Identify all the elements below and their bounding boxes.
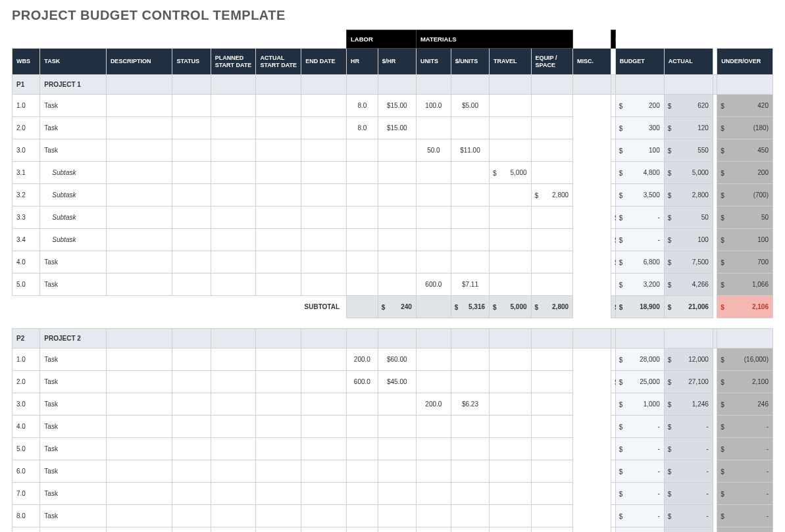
hr-cell[interactable]	[347, 460, 378, 483]
travel-cell[interactable]	[490, 438, 532, 460]
end-date-cell[interactable]	[301, 274, 347, 296]
description-cell[interactable]	[106, 162, 172, 184]
actual-cell[interactable]: $-	[664, 416, 713, 438]
planned-start-cell[interactable]	[211, 162, 256, 184]
rate-units-cell[interactable]	[451, 416, 489, 438]
wbs-cell[interactable]: 9.0	[13, 527, 40, 533]
end-date-cell[interactable]	[301, 483, 347, 505]
actual-cell[interactable]: $-	[664, 527, 713, 533]
description-cell[interactable]	[106, 527, 172, 533]
end-date-cell[interactable]	[301, 527, 347, 533]
hr-cell[interactable]	[347, 251, 378, 274]
status-cell[interactable]	[172, 95, 211, 117]
hr-cell[interactable]: 8.0	[347, 95, 378, 117]
under-over-cell[interactable]: $-	[717, 527, 773, 533]
wbs-cell[interactable]: 3.0	[13, 393, 40, 416]
end-date-cell[interactable]	[301, 505, 347, 527]
planned-start-cell[interactable]	[211, 117, 256, 139]
description-cell[interactable]	[106, 229, 172, 251]
planned-start-cell[interactable]	[211, 460, 256, 483]
budget-cell[interactable]: $3,200	[615, 274, 664, 296]
travel-cell[interactable]	[490, 416, 532, 438]
rate-hr-cell[interactable]	[378, 483, 416, 505]
planned-start-cell[interactable]	[211, 206, 256, 229]
task-cell[interactable]: Subtask	[40, 184, 107, 206]
budget-cell[interactable]: $25,000	[615, 371, 664, 393]
status-cell[interactable]	[172, 162, 211, 184]
equip-cell[interactable]	[531, 527, 573, 533]
actual-start-cell[interactable]	[256, 393, 301, 416]
planned-start-cell[interactable]	[211, 184, 256, 206]
project-name[interactable]: PROJECT 2	[40, 329, 107, 349]
actual-start-cell[interactable]	[256, 184, 301, 206]
actual-cell[interactable]: $50	[664, 206, 713, 229]
description-cell[interactable]	[106, 139, 172, 162]
rate-units-cell[interactable]	[451, 117, 489, 139]
end-date-cell[interactable]	[301, 349, 347, 371]
task-cell[interactable]: Task	[40, 251, 107, 274]
wbs-cell[interactable]: 3.2	[13, 184, 40, 206]
equip-cell[interactable]	[531, 117, 573, 139]
actual-cell[interactable]: $-	[664, 483, 713, 505]
budget-cell[interactable]: $3,500	[615, 184, 664, 206]
actual-start-cell[interactable]	[256, 438, 301, 460]
equip-cell[interactable]	[531, 393, 573, 416]
under-over-cell[interactable]: $246	[717, 393, 773, 416]
end-date-cell[interactable]	[301, 371, 347, 393]
budget-cell[interactable]: $-	[615, 460, 664, 483]
budget-cell[interactable]: $300	[615, 117, 664, 139]
wbs-cell[interactable]: 6.0	[13, 460, 40, 483]
hr-cell[interactable]	[347, 483, 378, 505]
equip-cell[interactable]	[531, 206, 573, 229]
subtotal-units[interactable]	[416, 296, 451, 318]
budget-cell[interactable]: $-	[615, 483, 664, 505]
equip-cell[interactable]	[531, 483, 573, 505]
description-cell[interactable]	[106, 371, 172, 393]
task-cell[interactable]: Task	[40, 527, 107, 533]
wbs-cell[interactable]: 3.1	[13, 162, 40, 184]
description-cell[interactable]	[106, 438, 172, 460]
rate-units-cell[interactable]: $7.11	[451, 274, 489, 296]
description-cell[interactable]	[106, 251, 172, 274]
actual-cell[interactable]: $7,500	[664, 251, 713, 274]
rate-hr-cell[interactable]	[378, 393, 416, 416]
travel-cell[interactable]	[490, 251, 532, 274]
subtotal-rate-units[interactable]: $5,316	[451, 296, 489, 318]
wbs-cell[interactable]: 3.0	[13, 139, 40, 162]
under-over-cell[interactable]: $1,066	[717, 274, 773, 296]
units-cell[interactable]: 50.0	[416, 139, 451, 162]
units-cell[interactable]	[416, 460, 451, 483]
description-cell[interactable]	[106, 505, 172, 527]
hr-cell[interactable]	[347, 505, 378, 527]
under-over-cell[interactable]: $100	[717, 229, 773, 251]
hr-cell[interactable]: 8.0	[347, 117, 378, 139]
actual-cell[interactable]: $120	[664, 117, 713, 139]
subtotal-equip[interactable]: $2,800	[531, 296, 573, 318]
task-cell[interactable]: Subtask	[40, 229, 107, 251]
travel-cell[interactable]	[490, 460, 532, 483]
description-cell[interactable]	[106, 95, 172, 117]
actual-cell[interactable]: $12,000	[664, 349, 713, 371]
travel-cell[interactable]	[490, 95, 532, 117]
rate-units-cell[interactable]	[451, 438, 489, 460]
rate-units-cell[interactable]	[451, 460, 489, 483]
travel-cell[interactable]	[490, 371, 532, 393]
hr-cell[interactable]	[347, 438, 378, 460]
task-cell[interactable]: Task	[40, 416, 107, 438]
travel-cell[interactable]	[490, 505, 532, 527]
equip-cell[interactable]	[531, 95, 573, 117]
task-cell[interactable]: Task	[40, 505, 107, 527]
planned-start-cell[interactable]	[211, 229, 256, 251]
planned-start-cell[interactable]	[211, 371, 256, 393]
task-cell[interactable]: Task	[40, 460, 107, 483]
actual-cell[interactable]: $1,246	[664, 393, 713, 416]
planned-start-cell[interactable]	[211, 416, 256, 438]
equip-cell[interactable]	[531, 349, 573, 371]
rate-units-cell[interactable]	[451, 229, 489, 251]
actual-start-cell[interactable]	[256, 117, 301, 139]
status-cell[interactable]	[172, 371, 211, 393]
wbs-cell[interactable]: 3.4	[13, 229, 40, 251]
status-cell[interactable]	[172, 460, 211, 483]
units-cell[interactable]	[416, 117, 451, 139]
rate-hr-cell[interactable]	[378, 274, 416, 296]
